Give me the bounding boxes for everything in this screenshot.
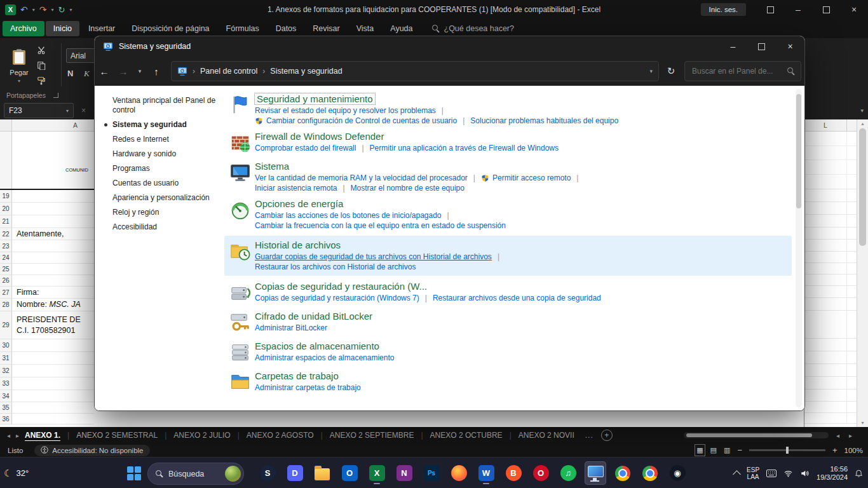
column-header-l[interactable]: L — [804, 119, 847, 131]
sheet-tab-anexo-1[interactable]: ANEXO 1. — [18, 427, 67, 444]
row-header-29[interactable]: 29 — [0, 311, 12, 339]
paste-button[interactable]: Pegar ▾ — [5, 43, 33, 90]
zoom-slider[interactable] — [749, 449, 825, 451]
hscroll-right-icon[interactable]: ▸ — [849, 432, 852, 439]
address-dropdown-icon[interactable]: ▾ — [649, 68, 653, 74]
firewall-icon[interactable] — [229, 131, 255, 156]
row-header-28[interactable]: 28 — [0, 299, 12, 311]
control-panel-search-box[interactable] — [684, 61, 801, 81]
cell-a35[interactable] — [12, 402, 94, 414]
task-link-cambiar-la-frecuencia-con-la-que-el-equipo[interactable]: Cambiar la frecuencia con la que el equi… — [255, 220, 506, 231]
cell-a29[interactable]: PREISDENTE DEC.I. 1708582901 — [12, 311, 94, 339]
row-header-19[interactable]: 19 — [0, 190, 12, 203]
task-link-administrar-espacios-de-almacenamiento[interactable]: Administrar espacios de almacenamiento — [255, 353, 394, 363]
task-link-solucionar-problemas-habituales-del-equipo[interactable]: Solucionar problemas habituales del equi… — [470, 116, 618, 126]
word-icon[interactable]: W — [475, 461, 497, 485]
autosave-sync-icon[interactable]: ↻ — [58, 6, 65, 14]
row-header-21[interactable]: 21 — [0, 215, 12, 228]
window-scrollbar-thumb[interactable] — [796, 94, 801, 208]
ribbon-tab-insertar[interactable]: Insertar — [81, 21, 123, 36]
scroll-up-icon[interactable]: ▴ — [857, 121, 868, 126]
cell-a31[interactable] — [12, 352, 94, 365]
redo-icon[interactable]: ↷ — [39, 5, 47, 14]
ribbon-tab-archivo[interactable]: Archivo — [3, 21, 44, 36]
back-button[interactable]: ← — [95, 66, 114, 77]
row-header-23[interactable]: 23 — [0, 240, 12, 252]
clock[interactable]: 16:56 19/3/2024 — [817, 465, 848, 482]
cell-a24[interactable] — [12, 252, 94, 264]
cell-a30[interactable] — [12, 339, 94, 352]
chrome-icon[interactable] — [612, 461, 634, 485]
sheet-tab-anexo-2-septiembre[interactable]: ANEXO 2 SEPTIEMBRE — [323, 427, 421, 444]
close-button[interactable]: × — [776, 36, 804, 57]
format-painter-icon[interactable] — [37, 76, 46, 85]
cell-a34[interactable] — [12, 390, 94, 402]
vertical-scrollbar-thumb[interactable] — [859, 128, 866, 246]
sheet-tab-anexo-2-agosto[interactable]: ANEXO 2 AGOSTO — [240, 427, 321, 444]
backup-icon[interactable] — [229, 281, 255, 306]
minimize-button[interactable]: – — [719, 36, 747, 57]
normal-view-button[interactable]: ▦ — [696, 446, 703, 454]
vertical-scrollbar[interactable]: ▴ ▾ — [857, 119, 868, 427]
task-link-restaurar-los-archivos-con-historial-de-ar[interactable]: Restaurar los archivos con Historial de … — [255, 262, 416, 272]
bold-button[interactable]: N — [67, 69, 73, 78]
cell-a21[interactable] — [12, 215, 94, 228]
cell-a23[interactable] — [12, 240, 94, 252]
volume-icon[interactable] — [800, 469, 810, 478]
storage-icon[interactable] — [229, 341, 255, 365]
category-title-link[interactable]: Copias de seguridad y restauración (W... — [255, 281, 787, 292]
copy-icon[interactable] — [37, 61, 46, 70]
ribbon-tab-vista[interactable]: Vista — [349, 21, 382, 36]
cell-a36[interactable] — [12, 414, 94, 424]
sheet-nav-left-icon[interactable]: ◂ — [7, 432, 10, 439]
sidebar-item-redes-e-internet[interactable]: Redes e Internet — [112, 135, 220, 144]
select-all-corner[interactable] — [0, 119, 12, 131]
control-panel-taskbar-icon[interactable] — [585, 461, 606, 485]
task-link-administrar-carpetas-de-trabajo[interactable]: Administrar carpetas de trabajo — [255, 383, 361, 393]
maximize-button[interactable] — [747, 36, 776, 57]
ribbon-tab-revisar[interactable]: Revisar — [305, 21, 347, 36]
recent-pages-dropdown-icon[interactable]: ▾ — [133, 68, 147, 74]
hscroll-left-icon[interactable]: ◂ — [836, 432, 839, 439]
task-link-iniciar-asistencia-remota[interactable]: Iniciar asistencia remota — [255, 183, 337, 193]
sheet-tab-anexo-2-novii[interactable]: ANEXO 2 NOVII — [512, 427, 581, 444]
start-button[interactable] — [127, 466, 141, 480]
sheet-tab-anexo-2-julio[interactable]: ANEXO 2 JULIO — [166, 427, 237, 444]
ribbon-tab-disposición-de-página[interactable]: Disposición de página — [124, 21, 217, 36]
sidebar-item-programas[interactable]: Programas — [112, 164, 220, 173]
cut-icon[interactable] — [37, 46, 46, 55]
sidebar-item-hardware-y-sonido[interactable]: Hardware y sonido — [112, 149, 220, 159]
category-title-link[interactable]: Sistema — [255, 161, 787, 172]
breadcrumb-root[interactable]: Panel de control — [200, 67, 257, 76]
excel-app-icon[interactable]: X — [5, 4, 16, 15]
sheet-nav-right-icon[interactable]: ▸ — [16, 432, 19, 439]
task-link-restaurar-archivos-desde-una-copia-de-segu[interactable]: Restaurar archivos desde una copia de se… — [433, 293, 601, 303]
language-indicator[interactable]: ESP LAA — [747, 466, 759, 480]
system-icon[interactable] — [229, 161, 255, 193]
task-link-cambiar-las-acciones-de-los-botones-de-ini[interactable]: Cambiar las acciones de los botones de i… — [255, 210, 442, 220]
tell-me-search[interactable]: ¿Qué desea hacer? — [432, 24, 515, 33]
column-header-m[interactable] — [847, 119, 857, 131]
forward-button[interactable]: → — [114, 66, 133, 77]
cancel-entry-icon[interactable]: × — [81, 106, 86, 115]
cell-a20[interactable] — [12, 203, 94, 215]
breadcrumb-current[interactable]: Sistema y seguridad — [270, 67, 342, 76]
steam-icon[interactable]: S — [257, 461, 278, 485]
row-header-20[interactable]: 20 — [0, 203, 12, 215]
outlook-icon[interactable]: O — [339, 461, 360, 485]
sign-in-button[interactable]: Inic. ses. — [701, 3, 746, 16]
task-link-revisar-el-estado-del-equipo-y-resolver-lo[interactable]: Revisar el estado del equipo y resolver … — [255, 105, 436, 116]
cell-a19[interactable] — [12, 190, 94, 203]
zoom-level[interactable]: 100% — [844, 447, 863, 454]
taskbar-search[interactable]: Búsqueda — [147, 463, 244, 485]
category-title-link[interactable]: Espacios de almacenamiento — [255, 341, 787, 351]
sidebar-item-sistema-y-seguridad[interactable]: Sistema y seguridad — [112, 120, 220, 130]
column-header-a[interactable]: A — [12, 119, 94, 131]
scroll-down-icon[interactable]: ▾ — [857, 420, 868, 426]
search-input[interactable] — [691, 66, 787, 76]
row-header-26[interactable]: 26 — [0, 275, 12, 287]
qat-customize-icon[interactable]: ▾ — [69, 7, 72, 13]
firefox-icon[interactable] — [448, 461, 470, 485]
row-header-32[interactable]: 32 — [0, 365, 12, 377]
row-header-24[interactable]: 24 — [0, 252, 12, 264]
